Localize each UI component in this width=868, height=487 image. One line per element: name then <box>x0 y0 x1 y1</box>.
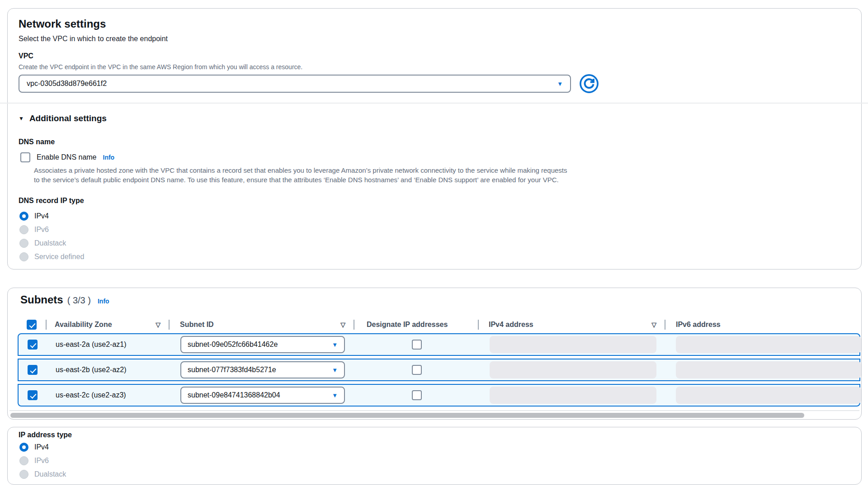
radio-disabled-icon <box>19 225 28 234</box>
sort-icon[interactable]: ▽ <box>340 321 345 328</box>
section-divider <box>0 103 868 104</box>
vpc-label: VPC <box>19 52 33 60</box>
additional-settings-label: Additional settings <box>29 113 107 123</box>
radio-option-dualstack: Dualstack <box>19 469 66 479</box>
row-select-checkbox[interactable] <box>28 365 38 375</box>
header-select-all-cell <box>18 316 46 333</box>
subnets-card: Subnets ( 3/3 ) Info Availability Zone ▽… <box>7 288 862 420</box>
chevron-down-icon: ▼ <box>332 342 338 348</box>
availability-zone-value: us-east-2b (use2-az2) <box>47 366 170 374</box>
subnets-title: Subnets <box>20 293 63 306</box>
radio-label: IPv4 <box>34 443 49 451</box>
ip-address-type-label: IP address type <box>19 431 72 439</box>
dns-record-ip-type-radio-group: IPv4 IPv6 Dualstack Service defined <box>19 211 84 262</box>
availability-zone-value: us-east-2c (use2-az3) <box>47 391 170 399</box>
chevron-down-icon: ▼ <box>557 81 563 87</box>
radio-option-ipv4: IPv4 <box>19 442 66 452</box>
ipv6-address-input <box>676 387 861 404</box>
ip-address-type-radio-group: IPv4 IPv6 Dualstack <box>19 442 66 479</box>
subnets-table: Availability Zone ▽ Subnet ID ▽ Designat… <box>18 316 860 407</box>
subnet-id-value: subnet-09e84741368842b04 <box>188 391 280 399</box>
radio-label: Service defined <box>34 253 84 261</box>
network-settings-card: Network settings Select the VPC in which… <box>7 8 862 270</box>
enable-dns-name-row: Enable DNS name Info <box>20 152 114 162</box>
subnet-id-value: subnet-077f7383fd4b5271e <box>188 366 276 374</box>
dns-name-description: Associates a private hosted zone with th… <box>34 165 570 184</box>
subnets-info-link[interactable]: Info <box>98 298 109 305</box>
radio-label: Dualstack <box>34 239 66 247</box>
subnet-id-select[interactable]: subnet-09e052fc66b41462e ▼ <box>180 336 345 353</box>
additional-settings-expander[interactable]: ▼ Additional settings <box>19 113 107 123</box>
subnet-id-select[interactable]: subnet-077f7383fd4b5271e ▼ <box>180 361 345 378</box>
chevron-down-icon: ▼ <box>332 392 338 398</box>
radio-disabled-icon <box>19 456 28 465</box>
network-settings-subtitle: Select the VPC in which to create the en… <box>19 35 168 43</box>
enable-dns-name-checkbox-label: Enable DNS name <box>37 153 97 161</box>
ipv4-address-input <box>490 336 656 353</box>
header-designate-ip: Designate IP addresses <box>354 316 478 333</box>
radio-option-service-defined: Service defined <box>19 252 84 262</box>
sort-icon[interactable]: ▽ <box>651 321 656 328</box>
refresh-button[interactable] <box>579 74 599 94</box>
subnet-id-select[interactable]: subnet-09e84741368842b04 ▼ <box>180 387 345 404</box>
vpc-description: Create the VPC endpoint in the VPC in th… <box>19 63 302 71</box>
dns-record-ip-type-label: DNS record IP type <box>19 197 84 205</box>
radio-disabled-icon <box>19 470 28 479</box>
ipv4-address-input <box>490 361 656 378</box>
designate-ip-checkbox[interactable] <box>412 365 422 375</box>
availability-zone-value: us-east-2a (use2-az1) <box>47 340 170 349</box>
table-row[interactable]: us-east-2b (use2-az2) subnet-077f7383fd4… <box>18 359 860 381</box>
radio-option-dualstack: Dualstack <box>19 238 84 248</box>
chevron-down-icon: ▼ <box>332 367 338 373</box>
network-settings-title: Network settings <box>19 18 106 30</box>
table-row[interactable]: us-east-2c (use2-az3) subnet-09e84741368… <box>18 384 860 407</box>
table-row[interactable]: us-east-2a (use2-az1) subnet-09e052fc66b… <box>18 333 860 356</box>
enable-dns-name-checkbox[interactable] <box>20 152 30 162</box>
row-select-checkbox[interactable] <box>28 390 38 400</box>
select-all-checkbox[interactable] <box>27 320 37 330</box>
ipv4-address-input <box>490 387 656 404</box>
radio-disabled-icon <box>19 252 28 261</box>
header-availability-zone: Availability Zone ▽ <box>46 316 169 333</box>
subnets-table-header: Availability Zone ▽ Subnet ID ▽ Designat… <box>18 316 860 333</box>
table-bottom-divider <box>9 410 859 411</box>
dns-name-label: DNS name <box>19 138 55 146</box>
radio-selected-icon[interactable] <box>19 443 28 452</box>
column-label: Subnet ID <box>169 321 214 329</box>
radio-label: Dualstack <box>34 470 66 478</box>
vpc-select[interactable]: vpc-0305d38d879e661f2 ▼ <box>19 75 571 93</box>
column-label: IPv4 address <box>478 321 533 329</box>
ipv6-address-input <box>676 336 861 353</box>
header-ipv6-address: IPv6 address <box>665 316 860 333</box>
refresh-icon <box>579 74 599 94</box>
subnet-id-value: subnet-09e052fc66b41462e <box>188 340 278 349</box>
column-label: IPv6 address <box>665 321 721 329</box>
ip-address-type-card: IP address type IPv4 IPv6 Dualstack <box>7 427 862 485</box>
triangle-down-icon: ▼ <box>19 115 24 122</box>
radio-selected-icon[interactable] <box>19 212 28 221</box>
scrollbar-thumb[interactable] <box>10 413 804 418</box>
subnets-count: ( 3/3 ) <box>67 295 91 306</box>
radio-label: IPv6 <box>34 457 49 465</box>
sort-icon[interactable]: ▽ <box>156 321 160 328</box>
radio-option-ipv6: IPv6 <box>19 456 66 466</box>
vpc-select-value: vpc-0305d38d879e661f2 <box>27 80 107 88</box>
designate-ip-checkbox[interactable] <box>412 340 422 350</box>
radio-option-ipv6: IPv6 <box>19 225 84 235</box>
header-ipv4-address: IPv4 address ▽ <box>478 316 665 333</box>
ipv6-address-input <box>676 361 861 378</box>
radio-disabled-icon <box>19 239 28 248</box>
header-subnet-id: Subnet ID ▽ <box>169 316 354 333</box>
radio-label: IPv6 <box>34 226 49 234</box>
designate-ip-checkbox[interactable] <box>412 390 422 400</box>
dns-name-info-link[interactable]: Info <box>103 154 115 161</box>
radio-option-ipv4: IPv4 <box>19 211 84 221</box>
radio-label: IPv4 <box>34 212 49 220</box>
subnets-header: Subnets ( 3/3 ) Info <box>20 293 109 306</box>
column-label: Availability Zone <box>46 321 112 329</box>
row-select-checkbox[interactable] <box>28 340 38 350</box>
horizontal-scrollbar[interactable] <box>10 413 859 418</box>
column-label: Designate IP addresses <box>354 321 448 329</box>
